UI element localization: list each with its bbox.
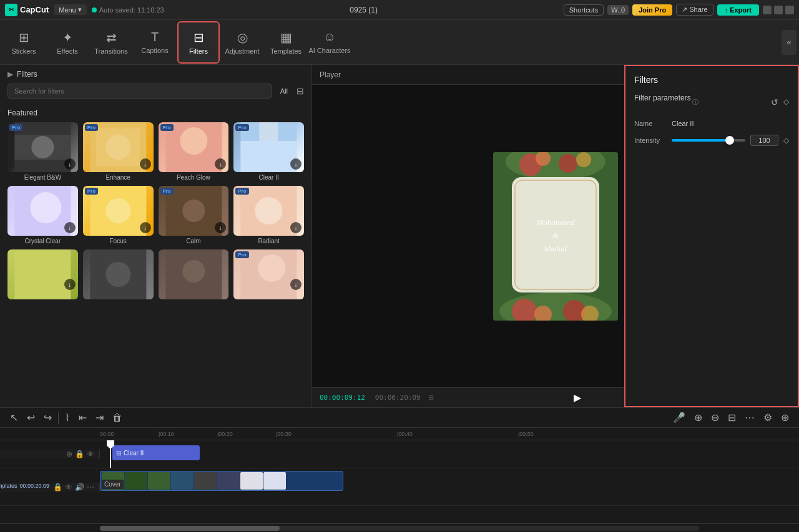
share-button[interactable]: ↗ Share bbox=[676, 4, 713, 16]
visibility-icon[interactable]: 👁 bbox=[87, 450, 94, 458]
tool-captions[interactable]: T Captions bbox=[134, 21, 176, 64]
filter-label-focus: Focus bbox=[83, 238, 154, 244]
intensity-slider[interactable] bbox=[672, 139, 745, 142]
autosave-indicator: Auto saved: 11:10:23 bbox=[92, 6, 164, 14]
undo-button[interactable]: ↩ bbox=[24, 410, 37, 425]
zoom-out-button[interactable]: ⊖ bbox=[708, 410, 722, 425]
effects-icon: ✦ bbox=[62, 30, 73, 45]
template-track-ctrl-icons: 🔒 👁 🔊 ⋯ bbox=[53, 483, 94, 491]
download-button[interactable]: ↓ bbox=[290, 158, 301, 170]
tool-templates[interactable]: ▦ Templates bbox=[265, 21, 307, 64]
template-more-icon[interactable]: ⋯ bbox=[87, 483, 94, 491]
joinpro-button[interactable]: Join Pro bbox=[632, 4, 672, 16]
filter-label-radiant: Radiant bbox=[233, 238, 304, 244]
filter-label-crystal-clear: Crystal Clear bbox=[7, 238, 78, 244]
minimize-button[interactable] bbox=[763, 6, 772, 14]
filters-content: Featured Pro ↓ Elegant B&W Pro ↓ E bbox=[0, 104, 311, 407]
thumb-8 bbox=[263, 472, 286, 490]
name-value: Clear II bbox=[672, 120, 694, 127]
close-button[interactable] bbox=[785, 6, 794, 14]
scrollbar-track[interactable] bbox=[100, 526, 699, 531]
all-filters-button[interactable]: All bbox=[277, 85, 292, 97]
pro-badge: Pro bbox=[235, 188, 248, 195]
download-button[interactable]: ↓ bbox=[64, 279, 76, 290]
video-frame: Mohammed & khulud bbox=[493, 152, 618, 321]
filter-card-crystal-clear[interactable]: ↓ Crystal Clear bbox=[7, 186, 78, 244]
template-track-icons: ▦ Templates 00:00:20:09 bbox=[0, 483, 49, 491]
filter-track-icons: ⊕ 🔒 👁 bbox=[66, 450, 94, 458]
svg-point-12 bbox=[30, 192, 61, 223]
audio-button[interactable]: 🎤 bbox=[670, 410, 688, 425]
tool-effects[interactable]: ✦ Effects bbox=[46, 21, 89, 64]
search-input[interactable] bbox=[7, 84, 272, 99]
maximize-button[interactable] bbox=[774, 6, 783, 14]
shortcuts-button[interactable]: Shortcuts bbox=[564, 4, 604, 16]
filter-options-button[interactable]: ⊟ bbox=[297, 86, 304, 96]
trim-start-button[interactable]: ⇤ bbox=[76, 410, 89, 425]
download-button[interactable]: ↓ bbox=[140, 222, 151, 233]
more-button[interactable]: ⋯ bbox=[742, 410, 757, 425]
video-overlay-text: Mohammed & khulud bbox=[536, 216, 574, 255]
download-button[interactable]: ↓ bbox=[64, 222, 76, 233]
timeline-scrollbar bbox=[0, 523, 799, 532]
workspace-button[interactable]: W..0 bbox=[607, 5, 629, 15]
export-button[interactable]: ↑ Export bbox=[717, 4, 759, 16]
template-audio-icon[interactable]: 🔊 bbox=[75, 483, 84, 491]
add-filter-icon[interactable]: ⊕ bbox=[66, 450, 72, 458]
joinpro-label: Join Pro bbox=[639, 6, 666, 14]
scrollbar-thumb[interactable] bbox=[100, 526, 280, 531]
template-lock-icon[interactable]: 🔒 bbox=[53, 483, 62, 491]
captions-label: Captions bbox=[141, 47, 168, 54]
pro-badge: Pro bbox=[85, 124, 98, 131]
filter-card-r4[interactable]: Pro ↓ bbox=[233, 249, 304, 301]
split-button[interactable]: ⌇ bbox=[62, 410, 72, 425]
menu-button[interactable]: Menu ▾ bbox=[54, 4, 87, 15]
filter-parameters-panel: Filters Filter parameters ⓘ ↺ ◇ Name Cle… bbox=[624, 65, 799, 407]
delete-button[interactable]: 🗑 bbox=[110, 411, 125, 425]
tool-stickers[interactable]: ⊞ Stickers bbox=[2, 21, 45, 64]
color-match-button[interactable]: ⊟ bbox=[725, 410, 738, 425]
filter-card-r2[interactable] bbox=[83, 249, 154, 301]
filter-thumb-r2 bbox=[83, 249, 154, 299]
download-button[interactable]: ↓ bbox=[290, 222, 301, 233]
svg-point-5 bbox=[105, 135, 130, 160]
info-icon: ⓘ bbox=[692, 98, 699, 107]
settings-button[interactable]: ⚙ bbox=[761, 410, 775, 425]
play-button[interactable]: ▶ bbox=[574, 392, 581, 404]
collapse-panel-button[interactable]: « bbox=[782, 30, 797, 55]
filter-card-clear-ii[interactable]: Pro ↓ Clear II bbox=[233, 122, 304, 181]
tool-ai-characters[interactable]: ☺ AI Characters bbox=[308, 21, 351, 64]
tool-filters[interactable]: ⊟ Filters bbox=[177, 21, 220, 64]
tool-adjustment[interactable]: ◎ Adjustment bbox=[221, 21, 263, 64]
filter-clip[interactable]: ⊟ Clear II bbox=[112, 445, 200, 460]
lock-icon[interactable]: 🔒 bbox=[75, 450, 84, 458]
filter-card-calm[interactable]: Pro ↓ Calm bbox=[159, 186, 229, 244]
select-tool-button[interactable]: ↖ bbox=[7, 410, 21, 425]
download-button[interactable]: ↓ bbox=[290, 279, 301, 290]
filter-card-enhance[interactable]: Pro ↓ Enhance bbox=[83, 122, 154, 181]
reset-icon[interactable]: ↺ bbox=[771, 97, 778, 107]
filter-card-elegant-bw[interactable]: Pro ↓ Elegant B&W bbox=[7, 122, 78, 181]
intensity-keyframe-icon[interactable]: ◇ bbox=[783, 136, 789, 145]
filter-card-focus[interactable]: Pro ↓ Focus bbox=[83, 186, 154, 244]
back-arrow-icon[interactable]: ▶ bbox=[7, 70, 13, 79]
filter-card-peach-glow[interactable]: Pro ↓ Peach Glow bbox=[159, 122, 229, 181]
download-button[interactable]: ↓ bbox=[140, 158, 151, 170]
pro-badge: Pro bbox=[235, 251, 248, 258]
filter-card-r1[interactable]: ↓ bbox=[7, 249, 78, 301]
share-icon: ↗ bbox=[682, 6, 687, 13]
redo-button[interactable]: ↪ bbox=[41, 410, 54, 425]
filter-card-r3[interactable] bbox=[159, 249, 229, 301]
add-to-timeline-button[interactable]: ⊕ bbox=[778, 410, 792, 425]
template-visibility-icon[interactable]: 👁 bbox=[65, 483, 72, 491]
keyframe-icon[interactable]: ◇ bbox=[783, 97, 789, 107]
intensity-input[interactable] bbox=[750, 135, 778, 146]
filter-card-radiant[interactable]: Pro ↓ Radiant bbox=[233, 186, 304, 244]
time-mark-4: |00:40 bbox=[397, 431, 413, 437]
tool-transitions[interactable]: ⇄ Transitions bbox=[90, 21, 132, 64]
trim-end-button[interactable]: ⇥ bbox=[93, 410, 106, 425]
template-clip[interactable]: Cover bbox=[100, 471, 343, 491]
intensity-control: ◇ bbox=[672, 135, 789, 146]
zoom-in-button[interactable]: ⊕ bbox=[692, 410, 705, 425]
download-button[interactable]: ↓ bbox=[64, 158, 76, 170]
